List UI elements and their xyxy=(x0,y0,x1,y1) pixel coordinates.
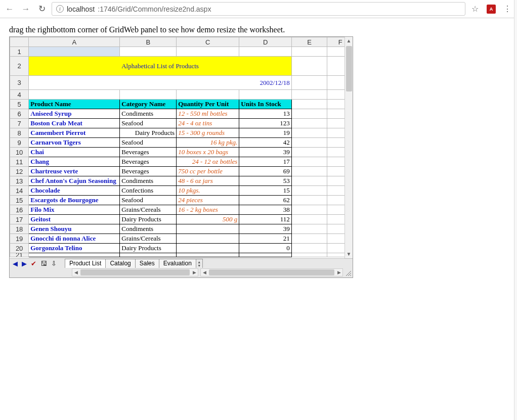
export-icon[interactable]: ⇩ xyxy=(51,260,57,267)
back-button[interactable]: ← xyxy=(3,3,16,16)
resize-grip-icon xyxy=(345,270,351,276)
scroll-up-icon[interactable]: ▲ xyxy=(345,37,353,45)
spreadsheet[interactable]: A B C D E F 1 2 Alphabetical List of Pro… xyxy=(10,37,353,257)
header-qty-per-unit[interactable]: Quantity Per Unit xyxy=(177,100,239,109)
hscroll-right-segment[interactable]: ◀ ▶ xyxy=(200,268,343,276)
page-intro-text: drag the rightbottom corner of GridWeb p… xyxy=(9,25,508,34)
browser-toolbar: ← → ↻ i localhost:1746/Grid/Common/resiz… xyxy=(0,0,517,18)
url-host: localhost xyxy=(67,5,95,13)
row-header[interactable]: 18 xyxy=(10,224,29,234)
reload-button[interactable]: ↻ xyxy=(35,3,49,16)
header-category[interactable]: Category Name xyxy=(120,100,177,109)
nav-next-icon[interactable]: ▶ xyxy=(22,260,27,267)
row-header[interactable]: 11 xyxy=(10,157,29,167)
row-header[interactable]: 1 xyxy=(10,47,29,57)
active-cell[interactable] xyxy=(29,47,120,57)
row-header[interactable]: 10 xyxy=(10,148,29,157)
hscroll-left-arrow-icon[interactable]: ◀ xyxy=(72,270,79,275)
address-bar[interactable]: i localhost:1746/Grid/Common/resize2nd.a… xyxy=(52,2,465,16)
vertical-scrollbar[interactable]: ▲ ▼ xyxy=(344,37,353,258)
row-header[interactable]: 14 xyxy=(10,186,29,196)
row-header[interactable]: 8 xyxy=(10,128,29,138)
header-product-name[interactable]: Product Name xyxy=(29,100,120,109)
commit-check-icon[interactable]: ✔ xyxy=(31,260,36,267)
row-header[interactable]: 7 xyxy=(10,119,29,128)
resize-grip[interactable] xyxy=(344,268,352,276)
col-header-c[interactable]: C xyxy=(177,37,239,47)
header-units-stock[interactable]: Units In Stock xyxy=(239,100,292,109)
pdf-extension-icon[interactable]: A xyxy=(485,3,498,16)
site-info-icon[interactable]: i xyxy=(56,5,64,13)
hscroll-right-arrow-icon[interactable]: ▶ xyxy=(191,270,198,275)
col-header-b[interactable]: B xyxy=(120,37,177,47)
sheet-date[interactable]: 2002/12/18 xyxy=(29,76,292,90)
scroll-thumb[interactable] xyxy=(346,46,352,91)
sheet-title[interactable]: Alphabetical List of Products xyxy=(29,57,292,76)
sheet-tabs: Product List Catalog Sales Evaluation ▲▼ xyxy=(65,259,203,268)
column-header-row: A B C D E F xyxy=(10,37,353,47)
row-header[interactable]: 13 xyxy=(10,176,29,186)
col-header-d[interactable]: D xyxy=(239,37,292,47)
row-header[interactable]: 17 xyxy=(10,215,29,224)
grid-bottom-bar: ◀ ▶ ✔ 🖫 ⇩ Product List Catalog Sales Eva… xyxy=(10,258,353,277)
bookmark-star-icon[interactable]: ☆ xyxy=(468,3,482,16)
browser-menu-icon[interactable]: ⋮ xyxy=(501,3,514,16)
cell-qty[interactable]: 12 - 550 ml bottles xyxy=(177,109,239,119)
scroll-down-icon[interactable]: ▼ xyxy=(345,250,353,258)
url-path: :1746/Grid/Common/resize2nd.aspx xyxy=(98,5,211,13)
forward-button[interactable]: → xyxy=(19,3,32,16)
gridweb-panel: A B C D E F 1 2 Alphabetical List of Pro… xyxy=(9,36,353,278)
row-header[interactable]: 2 xyxy=(10,57,29,76)
tab-sales[interactable]: Sales xyxy=(135,259,159,268)
col-header-a[interactable]: A xyxy=(29,37,120,47)
window-right-edge xyxy=(514,0,517,278)
row-header[interactable]: 15 xyxy=(10,196,29,205)
row-header[interactable]: 12 xyxy=(10,167,29,176)
hscroll-left-segment[interactable]: ◀ ▶ xyxy=(72,268,198,276)
row-header[interactable]: 16 xyxy=(10,205,29,215)
row-header[interactable]: 6 xyxy=(10,109,29,119)
svg-line-2 xyxy=(350,275,351,276)
col-header-e[interactable]: E xyxy=(291,37,327,47)
row-header[interactable]: 4 xyxy=(10,90,29,100)
select-all-corner[interactable] xyxy=(10,37,29,47)
row-header[interactable]: 20 xyxy=(10,244,29,253)
tab-evaluation[interactable]: Evaluation xyxy=(159,259,196,268)
cell-units[interactable]: 13 xyxy=(239,109,292,119)
save-icon[interactable]: 🖫 xyxy=(40,260,47,267)
tab-scroll-spinner[interactable]: ▲▼ xyxy=(196,259,203,268)
hscroll-left-arrow-icon[interactable]: ◀ xyxy=(201,270,208,275)
hscroll-right-arrow-icon[interactable]: ▶ xyxy=(335,270,342,275)
nav-prev-icon[interactable]: ◀ xyxy=(13,260,18,267)
cell-product[interactable]: Aniseed Syrup xyxy=(29,109,120,119)
row-header[interactable]: 3 xyxy=(10,76,29,90)
tab-catalog[interactable]: Catalog xyxy=(105,259,135,268)
cell-category[interactable]: Condiments xyxy=(120,109,177,119)
sheet-viewport[interactable]: A B C D E F 1 2 Alphabetical List of Pro… xyxy=(10,37,353,258)
tab-product-list[interactable]: Product List xyxy=(65,259,106,268)
row-header[interactable]: 5 xyxy=(10,100,29,109)
row-header[interactable]: 21 xyxy=(10,253,29,257)
row-header[interactable]: 19 xyxy=(10,234,29,244)
row-header[interactable]: 9 xyxy=(10,138,29,148)
